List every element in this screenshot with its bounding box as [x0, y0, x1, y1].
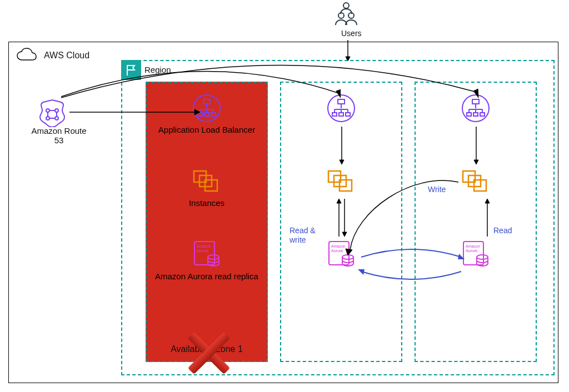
- route53-label: Amazon Route 53: [26, 126, 92, 145]
- svg-point-6: [46, 109, 49, 112]
- svg-marker-80: [485, 199, 490, 203]
- svg-point-70: [477, 255, 488, 259]
- availability-zone-1: Application Load Balancer Instances Amaz…: [146, 82, 268, 362]
- svg-point-7: [55, 109, 58, 112]
- svg-text:Aurora: Aurora: [331, 249, 343, 253]
- svg-text:Aurora: Aurora: [466, 249, 477, 253]
- svg-marker-83: [358, 269, 365, 275]
- svg-rect-58: [480, 113, 485, 116]
- route53-icon: [38, 98, 67, 129]
- instances-label: Instances: [147, 198, 267, 208]
- users-label: Users: [341, 29, 362, 38]
- aurora-label: Amazon Aurora read replica: [147, 272, 267, 282]
- failure-x-icon: [187, 331, 231, 377]
- alb-label: Application Load Balancer: [147, 125, 267, 134]
- svg-rect-39: [332, 113, 337, 116]
- svg-marker-72: [340, 160, 344, 164]
- svg-text:Amazon: Amazon: [197, 244, 211, 248]
- svg-marker-17: [472, 88, 481, 97]
- az2-title: Availability Zone 2: [281, 344, 401, 354]
- svg-rect-41: [346, 113, 350, 116]
- svg-point-9: [55, 117, 58, 120]
- svg-marker-74: [337, 199, 341, 203]
- svg-point-8: [46, 117, 49, 120]
- svg-rect-21: [204, 113, 209, 116]
- svg-text:Amazon: Amazon: [331, 244, 346, 248]
- instances-icon: [147, 169, 267, 197]
- svg-point-2: [343, 3, 349, 8]
- cloud-icon: [16, 48, 38, 63]
- svg-rect-56: [467, 113, 471, 116]
- svg-rect-57: [473, 113, 478, 116]
- svg-rect-40: [339, 113, 343, 116]
- svg-point-34: [208, 255, 219, 259]
- svg-marker-15: [194, 109, 200, 115]
- az3-title: Availability Zone 3: [416, 344, 536, 354]
- svg-text:Amazon: Amazon: [466, 244, 480, 248]
- svg-marker-78: [474, 160, 478, 164]
- read-label: Read: [493, 226, 512, 235]
- svg-text:Aurora: Aurora: [197, 249, 208, 253]
- users-icon: [331, 0, 362, 28]
- svg-rect-22: [211, 113, 216, 116]
- aurora-icon: Amazon Aurora: [147, 238, 267, 271]
- svg-marker-81: [346, 249, 352, 255]
- svg-marker-82: [458, 254, 465, 259]
- replication-arrows-icon: [356, 247, 467, 286]
